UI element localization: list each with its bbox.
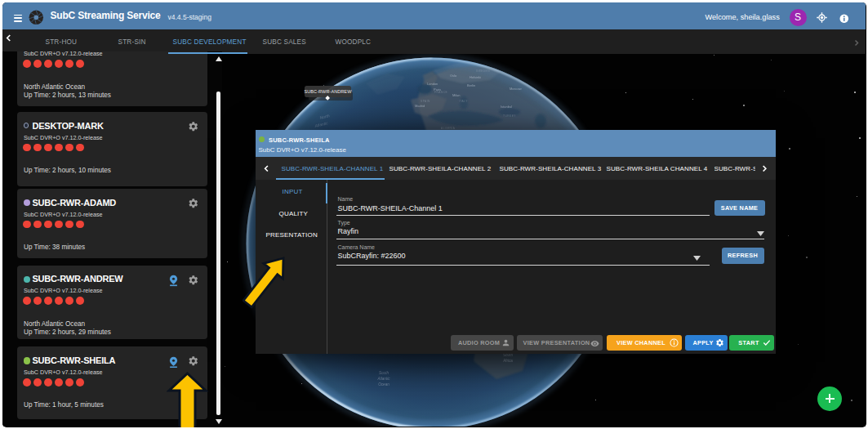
svg-text:SPAIN: SPAIN — [421, 100, 430, 103]
svg-text:Oslo: Oslo — [450, 74, 457, 78]
svg-text:Madrid: Madrid — [415, 104, 425, 108]
svg-text:Milan: Milan — [452, 92, 461, 96]
svg-text:Atlantic: Atlantic — [376, 377, 390, 381]
svg-text:SWEDEN: SWEDEN — [476, 69, 490, 73]
svg-text:FRANCE: FRANCE — [434, 90, 447, 93]
svg-text:South: South — [378, 371, 388, 375]
svg-text:Berlin: Berlin — [467, 83, 475, 87]
svg-text:London: London — [427, 82, 438, 86]
svg-text:ITALY: ITALY — [459, 100, 468, 103]
svg-text:Africa: Africa — [503, 359, 513, 363]
svg-text:Moscow: Moscow — [510, 87, 522, 91]
svg-text:Istanbul: Istanbul — [501, 104, 512, 108]
svg-text:Ocean: Ocean — [378, 382, 389, 387]
svg-text:TURKEY: TURKEY — [503, 114, 516, 118]
svg-text:Helsinki: Helsinki — [470, 75, 481, 79]
